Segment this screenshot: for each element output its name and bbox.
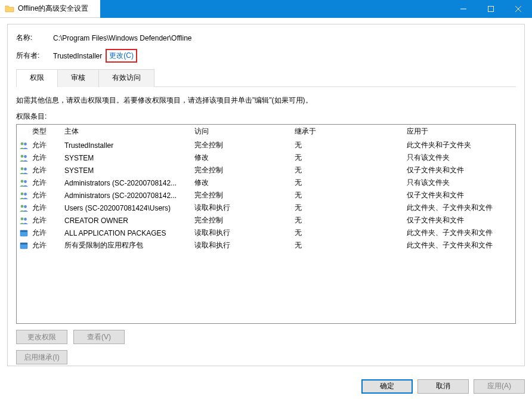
svg-point-12 [21, 192, 24, 195]
table-row[interactable]: 允许CREATOR OWNER完全控制无仅子文件夹和文件 [17, 214, 515, 227]
grid-body: 允许TrustedInstaller完全控制无此文件夹和子文件夹允许SYSTEM… [17, 139, 515, 252]
cell-access: 修改 [194, 178, 295, 188]
entries-label: 权限条目: [16, 112, 516, 122]
users-icon [19, 178, 32, 188]
lower-button-row-2: 启用继承(I) [16, 350, 516, 364]
cell-access: 完全控制 [194, 190, 295, 200]
table-row[interactable]: 允许Administrators (SC-20200708142...完全控制无… [17, 189, 515, 202]
cell-inherited: 无 [295, 178, 407, 188]
owner-row: 所有者: TrustedInstaller 更改(C) [16, 49, 516, 63]
folder-icon [5, 4, 14, 14]
cell-applies: 仅子文件夹和文件 [407, 215, 515, 225]
cell-inherited: 无 [295, 240, 407, 250]
package-icon [19, 228, 32, 238]
cell-principal: Administrators (SC-20200708142... [64, 179, 194, 187]
cell-inherited: 无 [295, 165, 407, 175]
svg-point-13 [24, 193, 27, 196]
cell-access: 完全控制 [194, 165, 295, 175]
svg-point-6 [21, 154, 24, 157]
svg-point-7 [24, 155, 27, 158]
table-row[interactable]: 允许ALL APPLICATION PACKAGES读取和执行无此文件夹、子文件… [17, 227, 515, 239]
cell-inherited: 无 [295, 190, 407, 200]
change-owner-link[interactable]: 更改(C) [106, 49, 137, 63]
info-text: 如需其他信息，请双击权限项目。若要修改权限项目，请选择该项目并单击"编辑"(如果… [16, 95, 516, 106]
close-button[interactable] [505, 0, 532, 18]
cell-access: 读取和执行 [194, 203, 295, 213]
table-row[interactable]: 允许Administrators (SC-20200708142...修改无只有… [17, 177, 515, 189]
svg-rect-19 [20, 230, 27, 232]
cell-type: 允许 [32, 215, 64, 225]
tab-permissions[interactable]: 权限 [16, 69, 58, 87]
users-icon [19, 216, 32, 225]
svg-rect-21 [20, 243, 27, 245]
cell-inherited: 无 [295, 203, 407, 213]
cell-principal: Administrators (SC-20200708142... [64, 191, 194, 200]
maximize-button[interactable] [477, 0, 505, 18]
col-header-applies[interactable]: 应用于 [407, 126, 515, 137]
owner-label: 所有者: [16, 51, 53, 61]
cell-type: 允许 [32, 190, 64, 200]
view-button[interactable]: 查看(V) [73, 330, 125, 344]
cell-access: 完全控制 [194, 140, 295, 150]
title-bar-right [100, 0, 532, 18]
path-value: C:\Program Files\Windows Defender\Offlin… [53, 34, 192, 42]
cell-inherited: 无 [295, 140, 407, 150]
cell-applies: 仅子文件夹和文件 [407, 165, 515, 175]
minimize-button[interactable] [450, 0, 477, 18]
enable-inheritance-button[interactable]: 启用继承(I) [16, 350, 67, 364]
window-title: Offline的高级安全设置 [18, 4, 88, 14]
cell-type: 允许 [32, 228, 64, 238]
cell-principal: CREATOR OWNER [64, 216, 194, 225]
tab-effective-access[interactable]: 有效访问 [98, 69, 154, 87]
lower-button-row-1: 更改权限 查看(V) [16, 330, 516, 344]
cell-type: 允许 [32, 153, 64, 163]
svg-point-17 [24, 218, 27, 221]
cancel-button[interactable]: 取消 [417, 379, 469, 394]
cell-access: 读取和执行 [194, 228, 295, 238]
apply-button[interactable]: 应用(A) [474, 379, 525, 394]
change-permissions-button[interactable]: 更改权限 [16, 330, 67, 344]
ok-button[interactable]: 确定 [361, 379, 413, 394]
cell-type: 允许 [32, 203, 64, 213]
cell-type: 允许 [32, 165, 64, 175]
cell-applies: 只有该文件夹 [407, 153, 515, 163]
svg-point-10 [21, 180, 24, 183]
svg-point-15 [24, 205, 27, 208]
col-header-inherited[interactable]: 继承于 [295, 126, 407, 137]
table-row[interactable]: 允许TrustedInstaller完全控制无此文件夹和子文件夹 [17, 139, 515, 151]
name-row: 名称: C:\Program Files\Windows Defender\Of… [16, 33, 516, 43]
cell-type: 允许 [32, 240, 64, 250]
cell-principal: Users (SC-202007081424\Users) [64, 204, 194, 212]
tab-auditing[interactable]: 审核 [57, 69, 99, 87]
cell-inherited: 无 [295, 153, 407, 163]
cell-access: 完全控制 [194, 215, 295, 225]
table-row[interactable]: 允许Users (SC-202007081424\Users)读取和执行无此文件… [17, 202, 515, 214]
svg-rect-1 [488, 6, 494, 11]
cell-applies: 仅子文件夹和文件 [407, 190, 515, 200]
cell-applies: 只有该文件夹 [407, 178, 515, 188]
title-bar-left: Offline的高级安全设置 [0, 0, 100, 18]
users-icon [19, 141, 32, 150]
table-row[interactable]: 允许所有受限制的应用程序包读取和执行无此文件夹、子文件夹和文件 [17, 239, 515, 252]
cell-applies: 此文件夹、子文件夹和文件 [407, 203, 515, 213]
cell-applies: 此文件夹和子文件夹 [407, 140, 515, 150]
tab-bar: 权限 审核 有效访问 [16, 69, 516, 87]
permission-grid[interactable]: 类型 主体 访问 继承于 应用于 允许TrustedInstaller完全控制无… [16, 124, 516, 324]
users-icon [19, 191, 32, 200]
users-icon [19, 153, 32, 163]
col-header-principal[interactable]: 主体 [64, 126, 194, 137]
dialog-button-bar: 确定 取消 应用(A) [0, 373, 532, 399]
users-icon [19, 203, 32, 213]
grid-header: 类型 主体 访问 继承于 应用于 [17, 125, 515, 139]
cell-principal: TrustedInstaller [64, 141, 194, 150]
col-header-type[interactable]: 类型 [32, 126, 64, 137]
table-row[interactable]: 允许SYSTEM完全控制无仅子文件夹和文件 [17, 164, 515, 177]
table-row[interactable]: 允许SYSTEM修改无只有该文件夹 [17, 151, 515, 164]
title-bar: Offline的高级安全设置 [0, 0, 532, 18]
cell-principal: SYSTEM [64, 154, 194, 162]
col-header-access[interactable]: 访问 [194, 126, 295, 137]
owner-value: TrustedInstaller [53, 52, 102, 60]
cell-applies: 此文件夹、子文件夹和文件 [407, 228, 515, 238]
cell-inherited: 无 [295, 215, 407, 225]
svg-point-14 [21, 205, 24, 208]
